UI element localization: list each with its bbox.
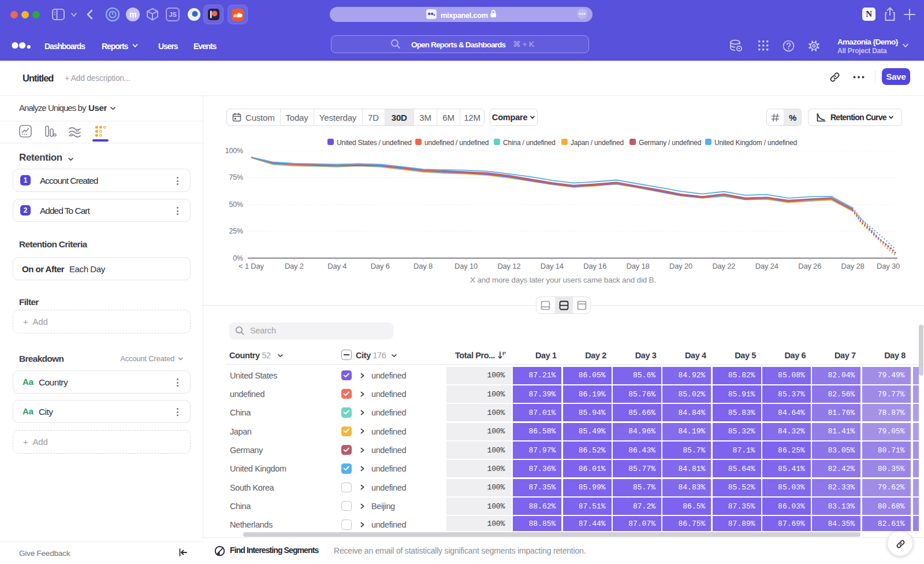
svg-text:Day 28: Day 28 [841, 262, 865, 270]
svg-text:Day 26: Day 26 [798, 262, 821, 270]
svg-text:Day 24: Day 24 [755, 262, 778, 270]
svg-text:Day 8: Day 8 [413, 262, 433, 270]
svg-text:Day 12: Day 12 [497, 262, 520, 270]
svg-text:Day 4: Day 4 [327, 262, 346, 270]
svg-text:Day 2: Day 2 [285, 262, 304, 270]
svg-text:Day 14: Day 14 [541, 262, 564, 270]
svg-text:Day 22: Day 22 [712, 262, 735, 270]
svg-text:75%: 75% [229, 173, 244, 181]
svg-text:25%: 25% [229, 227, 244, 235]
svg-text:0%: 0% [233, 254, 243, 262]
svg-text:50%: 50% [229, 201, 244, 209]
svg-text:Day 30: Day 30 [877, 262, 900, 270]
svg-text:< 1 Day: < 1 Day [239, 262, 264, 270]
svg-text:Day 6: Day 6 [371, 262, 390, 270]
svg-text:100%: 100% [225, 147, 243, 155]
svg-text:Day 18: Day 18 [627, 262, 650, 270]
svg-text:Day 16: Day 16 [583, 262, 606, 270]
svg-text:Day 10: Day 10 [454, 262, 478, 270]
svg-text:Day 20: Day 20 [669, 262, 692, 270]
